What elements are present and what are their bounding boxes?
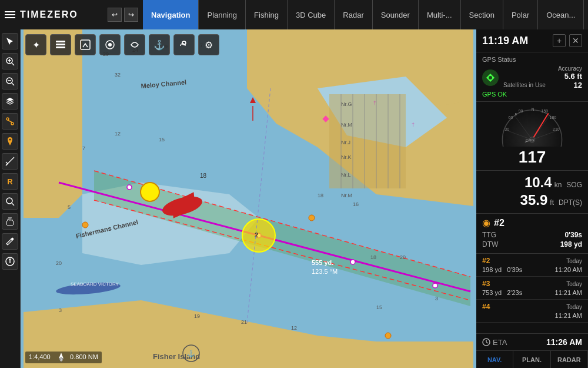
settings-tool[interactable]: ⚙: [198, 34, 219, 55]
info-tool[interactable]: [2, 253, 18, 270]
svg-point-92: [385, 333, 391, 339]
measure-tool[interactable]: [2, 153, 18, 170]
weather-tool[interactable]: [173, 34, 195, 55]
svg-rect-19: [56, 44, 65, 45]
svg-point-17: [9, 259, 11, 260]
tab-section[interactable]: Section: [461, 0, 503, 29]
bottom-tabs: NAV.PLAN.RADAR: [476, 350, 588, 368]
gps-satellites-row: Satellites in Use 12: [503, 81, 582, 89]
svg-text:16: 16: [353, 201, 359, 207]
left-toolbar: R: [0, 29, 21, 368]
dtw-value: 198 yd: [560, 240, 582, 248]
svg-rect-21: [81, 40, 90, 49]
close-panel-button[interactable]: ✕: [569, 34, 582, 47]
route-item-name-0: #2: [482, 257, 490, 265]
route-item-1[interactable]: #3 Today 753 yd 2'23s 11:21 AM: [476, 277, 588, 300]
svg-point-39: [433, 283, 437, 288]
overlay-tool[interactable]: [124, 34, 145, 55]
route-item-0[interactable]: #2 Today 198 yd 0'39s 11:20 AM: [476, 254, 588, 277]
route-item-dist-0: 198 yd 0'39s: [482, 266, 522, 273]
layers-tool[interactable]: [2, 93, 18, 110]
svg-text:210: 210: [553, 127, 560, 131]
chart-list-tool[interactable]: [50, 34, 71, 55]
compass-rose-tool[interactable]: ✦: [25, 34, 46, 55]
undo-button[interactable]: ↩: [108, 8, 122, 22]
route-item-time-0: 11:20 AM: [555, 266, 582, 273]
cog-gauge: 30 60 90 N 150 180 210 E COG: [497, 105, 567, 147]
pan-tool[interactable]: [2, 213, 18, 230]
waypoint-name: #2: [494, 218, 505, 228]
svg-text:20: 20: [400, 254, 406, 260]
anchor-tool[interactable]: ⚓: [149, 34, 170, 55]
route-item-2[interactable]: #4 Today 11:21 AM: [476, 300, 588, 323]
svg-point-91: [309, 215, 315, 221]
waypoint-section: ◉ #2 TTG 0'39s DTW 198 yd: [476, 214, 588, 254]
zoomin-tool[interactable]: [2, 53, 18, 69]
dtw-label: DTW: [482, 240, 498, 248]
chart-area[interactable]: ✦ ⚓ ⚙: [21, 29, 476, 368]
svg-point-7: [6, 118, 9, 120]
menu-icon[interactable]: [5, 11, 15, 18]
svg-point-23: [108, 43, 112, 47]
svg-text:21: 21: [241, 319, 247, 325]
main-layout: R ✦: [0, 29, 588, 368]
gps-ok-status: GPS OK: [482, 91, 582, 98]
tab-sounder[interactable]: Sounder: [373, 0, 419, 29]
cursor-tool[interactable]: [2, 33, 18, 49]
tab-radar[interactable]: Radar: [335, 0, 372, 29]
svg-point-93: [82, 222, 88, 228]
mark-tool[interactable]: [2, 133, 18, 150]
waypoint-header: ◉ #2: [482, 217, 582, 228]
top-bar: TIMEZERO ↩ ↪ NavigationPlanningFishing3D…: [0, 0, 588, 29]
svg-point-36: [127, 185, 132, 190]
svg-text:Nr.J: Nr.J: [341, 140, 350, 145]
svg-text:S: S: [60, 357, 63, 362]
tab-navigation[interactable]: Navigation: [143, 0, 199, 29]
tab-update[interactable]: Update: [584, 0, 588, 29]
dpt-unit: ft: [550, 198, 554, 207]
svg-point-101: [489, 76, 492, 79]
svg-text:E: E: [514, 112, 517, 116]
svg-text:90: 90: [519, 109, 523, 113]
chart-type-tool[interactable]: [75, 34, 96, 55]
svg-marker-29: [24, 29, 82, 218]
route-item-time-2: 11:21 AM: [555, 312, 582, 319]
tab-multi----[interactable]: Multi-...: [419, 0, 461, 29]
svg-text:COG: COG: [526, 138, 534, 142]
bottom-tab-radar[interactable]: RADAR: [551, 351, 588, 368]
tab-polar[interactable]: Polar: [503, 0, 538, 29]
zoomout-tool[interactable]: [2, 73, 18, 89]
dpt-row: 35.9 ft DPT(S): [482, 192, 582, 208]
draw-tool[interactable]: [2, 233, 18, 250]
svg-text:18: 18: [200, 173, 207, 179]
ais-tool[interactable]: [99, 34, 121, 55]
logo-area: TIMEZERO: [5, 9, 102, 20]
tab-3d-cube[interactable]: 3D Cube: [288, 0, 335, 29]
gps-satellites-label: Satellites in Use: [503, 82, 546, 88]
svg-text:Nr.G: Nr.G: [341, 101, 352, 107]
radar-tool[interactable]: R: [2, 173, 18, 190]
ttg-value: 0'39s: [564, 231, 582, 239]
gps-status-title: GPS Status: [482, 56, 582, 63]
time-display: 11:19 AM: [482, 35, 528, 47]
bottom-tab-plan-[interactable]: PLAN.: [513, 351, 550, 368]
svg-text:555 yd.: 555 yd.: [312, 259, 333, 266]
svg-text:5: 5: [68, 204, 71, 210]
tab-bar: NavigationPlanningFishing3D CubeRadarSou…: [143, 0, 588, 29]
route-tool[interactable]: [2, 113, 18, 130]
route-item-time-1: 11:21 AM: [555, 289, 582, 296]
tab-planning[interactable]: Planning: [199, 0, 246, 29]
logo-text: TIMEZERO: [20, 9, 78, 20]
redo-button[interactable]: ↪: [124, 8, 138, 22]
add-instrument-button[interactable]: +: [553, 34, 566, 47]
dpt-value: 35.9: [520, 192, 548, 208]
svg-text:7: 7: [82, 145, 85, 151]
bottom-tab-nav-[interactable]: NAV.: [476, 351, 513, 368]
svg-line-121: [486, 342, 488, 343]
sog-row: 10.4 kn SOG: [482, 174, 582, 191]
svg-rect-20: [56, 47, 65, 48]
tab-ocean---[interactable]: Ocean...: [538, 0, 584, 29]
search-tool[interactable]: [2, 193, 18, 210]
tab-fishing[interactable]: Fishing: [246, 0, 288, 29]
route-item-date-0: Today: [566, 258, 582, 264]
